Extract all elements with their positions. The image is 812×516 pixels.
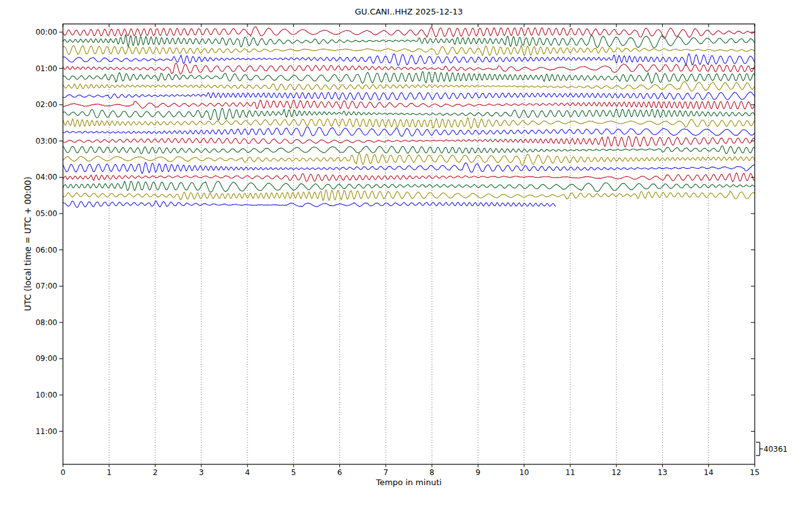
- trace-row: [63, 136, 755, 147]
- trace-row: [63, 92, 755, 100]
- trace-row: [63, 190, 755, 201]
- trace-row: [63, 71, 755, 83]
- plot-frame: [63, 24, 755, 464]
- x-tick-label: 11: [565, 468, 575, 477]
- y-tick-label: 09:00: [35, 354, 57, 363]
- trace-row: [63, 82, 755, 91]
- y-tick-label: 11:00: [35, 427, 57, 436]
- helicorder-figure: GU.CANI..HHZ 2025-12-13 UTC (local time …: [0, 0, 812, 516]
- x-tick-label: 14: [704, 468, 713, 477]
- x-tick-label: 9: [476, 468, 481, 477]
- y-tick-label: 05:00: [35, 209, 57, 218]
- x-tick-label: 4: [245, 468, 250, 477]
- trace-row: [63, 108, 755, 120]
- y-tick-label: 00:00: [35, 28, 57, 37]
- trace-row: [63, 118, 755, 129]
- trace-row: [63, 63, 755, 74]
- trace-row: [63, 146, 755, 154]
- x-tick-label: 15: [750, 468, 759, 477]
- y-tick-label: 06:00: [35, 246, 57, 255]
- trace-row: [63, 35, 755, 48]
- x-tick-label: 0: [60, 468, 65, 477]
- x-tick-label: 7: [383, 468, 388, 477]
- trace-row: [63, 153, 755, 166]
- x-tick-label: 2: [153, 468, 158, 477]
- x-tick-label: 3: [199, 468, 204, 477]
- plot-area: 012345678910111213141500:0001:0002:0003:…: [0, 0, 812, 516]
- y-tick-label: 01:00: [35, 64, 57, 73]
- trace-row: [63, 27, 755, 38]
- trace-row: [63, 181, 755, 192]
- x-tick-label: 10: [519, 468, 529, 477]
- amplitude-scale-label: 40361: [764, 445, 787, 454]
- y-tick-label: 07:00: [35, 282, 57, 290]
- y-tick-label: 04:00: [35, 173, 57, 181]
- x-tick-label: 8: [429, 468, 434, 477]
- y-tick-label: 10:00: [35, 391, 57, 399]
- y-tick-label: 03:00: [35, 137, 57, 146]
- y-tick-label: 02:00: [35, 100, 57, 109]
- x-tick-label: 12: [612, 468, 621, 477]
- trace-row: [63, 45, 755, 56]
- x-tick-label: 1: [106, 468, 111, 477]
- y-tick-label: 08:00: [35, 318, 57, 327]
- trace-row: [63, 100, 755, 110]
- x-tick-label: 5: [291, 468, 296, 477]
- trace-row: [63, 163, 755, 174]
- x-tick-label: 13: [658, 468, 667, 477]
- trace-row: [63, 173, 755, 181]
- trace-row: [63, 201, 556, 208]
- trace-row: [63, 127, 755, 136]
- x-tick-label: 6: [337, 468, 342, 477]
- trace-row: [63, 54, 755, 66]
